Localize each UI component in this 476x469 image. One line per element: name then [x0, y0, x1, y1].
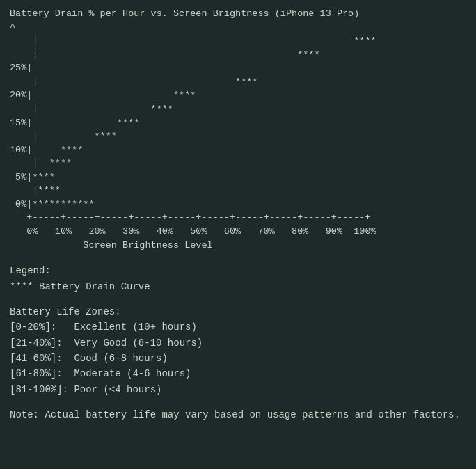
zones-section: Battery Life Zones: [0-20%]: Excellent (… — [10, 304, 466, 397]
legend-section: Legend: **** Battery Drain Curve — [10, 263, 466, 294]
chart-area: Battery Drain % per Hour vs. Screen Brig… — [10, 7, 466, 252]
note-section: Note: Actual battery life may vary based… — [10, 407, 466, 422]
